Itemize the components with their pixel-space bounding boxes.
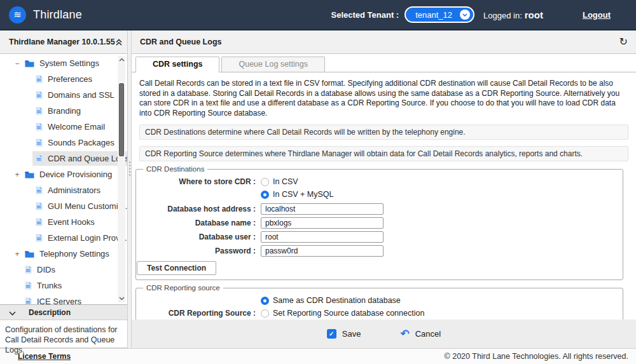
db-host-label: Database host address : bbox=[141, 205, 256, 213]
db-name-row: Database name : bbox=[141, 217, 618, 229]
logged-in-user: root bbox=[525, 10, 543, 20]
cdr-reporting-legend: CDR Reporting source bbox=[143, 284, 223, 292]
sidebar-scrollbar[interactable] bbox=[118, 56, 125, 302]
sidebar-item-label: DIDs bbox=[37, 265, 55, 274]
sidebar-item-gui-menu-customization[interactable]: GUI Menu Customiz… bbox=[0, 198, 127, 214]
tree-toggle-icon[interactable]: + bbox=[13, 170, 22, 179]
app-body: Thirdlane Manager 10.0.1.55 − System Set… bbox=[0, 30, 636, 348]
selected-tenant-label: Selected Tenant : bbox=[331, 10, 399, 20]
sidebar-item-external-login-providers[interactable]: External Login Provi… bbox=[0, 230, 127, 246]
document-icon bbox=[25, 297, 32, 304]
sidebar-item-label: System Settings bbox=[39, 58, 99, 68]
sidebar-item-telephony-settings[interactable]: + Telephony Settings bbox=[0, 246, 127, 262]
radio-set-reporting-source[interactable]: Set Reporting Source database connection bbox=[261, 307, 424, 320]
top-navbar: ≋ Thirdlane Selected Tenant : tenant_12 … bbox=[0, 0, 636, 30]
sidebar-item-label: CDR and Queue Logs bbox=[48, 154, 127, 163]
sidebar-item-label: Administrators bbox=[48, 185, 100, 195]
sidebar-item-system-settings[interactable]: − System Settings bbox=[0, 55, 127, 71]
page-footer: License Terms © 2020 Third Lane Technolo… bbox=[0, 348, 636, 364]
cdr-destinations-fieldset: CDR Destinations Where to store CDR : In… bbox=[135, 165, 623, 280]
navbar-right: Selected Tenant : tenant_12 Logged in:ro… bbox=[331, 6, 611, 23]
document-icon bbox=[36, 234, 43, 242]
db-user-row: Database user : bbox=[141, 231, 618, 243]
sidebar-item-administrators[interactable]: Administrators bbox=[0, 182, 127, 198]
scrollbar-thumb[interactable] bbox=[119, 83, 124, 156]
where-to-store-row: Where to store CDR : In CSV In CSV + MyS… bbox=[141, 175, 618, 201]
chevron-down-icon[interactable] bbox=[460, 10, 470, 20]
logout-link[interactable]: Logout bbox=[583, 10, 611, 20]
radio-icon[interactable] bbox=[261, 178, 269, 186]
cancel-button[interactable]: ↶ Cancel bbox=[400, 329, 441, 339]
note-cdr-destinations: CDR Destinations determine where Call De… bbox=[139, 125, 628, 140]
license-terms-link[interactable]: License Terms bbox=[18, 352, 71, 361]
db-password-row: Password : bbox=[141, 245, 618, 257]
cdr-reporting-fieldset: CDR Reporting source CDR Reporting Sourc… bbox=[135, 284, 623, 320]
sidebar-item-preferences[interactable]: Preferences bbox=[0, 71, 127, 87]
sidebar-item-dids[interactable]: DIDs bbox=[0, 262, 127, 278]
sidebar-item-trunks[interactable]: Trunks bbox=[0, 278, 127, 293]
sidebar-item-sounds-packages[interactable]: Sounds Packages bbox=[0, 135, 127, 151]
radio-same-as-destination[interactable]: Same as CDR Destination database bbox=[261, 294, 424, 307]
panel-splitter[interactable] bbox=[127, 30, 132, 348]
tree-toggle-icon[interactable]: − bbox=[13, 59, 22, 68]
db-host-row: Database host address : bbox=[141, 203, 618, 215]
document-icon bbox=[36, 91, 43, 99]
save-button[interactable]: ✓ Save bbox=[327, 329, 361, 339]
logged-in-status: Logged in:root bbox=[483, 10, 543, 20]
radio-icon[interactable] bbox=[261, 297, 269, 305]
cdr-destinations-legend: CDR Destinations bbox=[143, 165, 207, 173]
sidebar-item-welcome-email[interactable]: Welcome Email bbox=[0, 119, 127, 135]
radio-icon[interactable] bbox=[261, 309, 269, 318]
radio-icon[interactable] bbox=[261, 191, 269, 199]
intro-paragraph: Call Detail Records can be stored in a t… bbox=[139, 79, 628, 118]
sidebar-item-label: Branding bbox=[48, 106, 81, 116]
note-cdr-reporting: CDR Reporting Source determines where Th… bbox=[139, 146, 628, 161]
main-content: CDR settings Queue Log settings Call Det… bbox=[132, 54, 636, 320]
tab-queue-log-settings[interactable]: Queue Log settings bbox=[221, 57, 324, 72]
document-icon bbox=[36, 202, 43, 210]
tenant-select[interactable]: tenant_12 bbox=[404, 6, 474, 23]
folder-icon bbox=[25, 60, 34, 67]
scroll-down-icon[interactable] bbox=[118, 295, 125, 302]
cdr-reporting-label: CDR Reporting Source : bbox=[141, 309, 256, 318]
tab-bar: CDR settings Queue Log settings bbox=[132, 54, 636, 72]
tree-toggle-icon[interactable]: + bbox=[13, 250, 22, 259]
radio-in-csv-mysql[interactable]: In CSV + MySQL bbox=[261, 188, 334, 201]
radio-in-csv[interactable]: In CSV bbox=[261, 175, 334, 188]
sidebar-item-ice-servers[interactable]: ICE Servers bbox=[0, 293, 127, 304]
document-icon bbox=[36, 186, 43, 194]
thirdlane-logo-icon: ≋ bbox=[9, 6, 26, 24]
test-connection-button[interactable]: Test Connection bbox=[137, 261, 216, 275]
db-user-label: Database user : bbox=[141, 233, 256, 241]
sidebar-item-event-hooks[interactable]: Event Hooks bbox=[0, 214, 127, 230]
sidebar-item-label: GUI Menu Customiz… bbox=[48, 201, 127, 211]
tab-cdr-settings[interactable]: CDR settings bbox=[135, 57, 219, 72]
folder-icon bbox=[25, 171, 34, 179]
description-panel-header[interactable]: Description bbox=[0, 304, 127, 320]
sidebar-item-branding[interactable]: Branding bbox=[0, 103, 127, 119]
db-name-label: Database name : bbox=[141, 219, 256, 227]
collapse-all-icon[interactable] bbox=[115, 38, 123, 46]
sidebar-item-cdr-queue-logs[interactable]: CDR and Queue Logs bbox=[0, 151, 127, 166]
document-icon bbox=[36, 123, 43, 131]
sidebar-item-label: ICE Servers bbox=[37, 297, 81, 304]
sidebar-item-label: Sounds Packages bbox=[48, 138, 114, 147]
cdr-reporting-row: CDR Reporting Source : Same as CDR Desti… bbox=[141, 294, 618, 320]
scroll-up-icon[interactable] bbox=[118, 56, 125, 64]
db-host-input[interactable] bbox=[261, 203, 384, 215]
save-check-icon: ✓ bbox=[327, 329, 336, 339]
db-name-input[interactable] bbox=[261, 217, 384, 229]
db-user-input[interactable] bbox=[261, 231, 384, 243]
db-password-label: Password : bbox=[141, 246, 256, 255]
nav-tree: − System Settings Preferences Domains an… bbox=[0, 54, 127, 304]
description-text: Configuration of destinations for Call D… bbox=[0, 320, 127, 348]
where-to-store-label: Where to store CDR : bbox=[141, 177, 256, 186]
document-icon bbox=[36, 75, 43, 83]
logged-in-label: Logged in: bbox=[483, 11, 522, 20]
sidebar-item-domains-ssl[interactable]: Domains and SSL bbox=[0, 87, 127, 103]
sidebar-item-device-provisioning[interactable]: + Device Provisioning bbox=[0, 166, 127, 182]
sidebar-item-label: Device Provisioning bbox=[39, 170, 112, 179]
document-icon bbox=[36, 218, 43, 226]
refresh-icon[interactable]: ↻ bbox=[619, 37, 628, 47]
db-password-input[interactable] bbox=[261, 245, 384, 257]
